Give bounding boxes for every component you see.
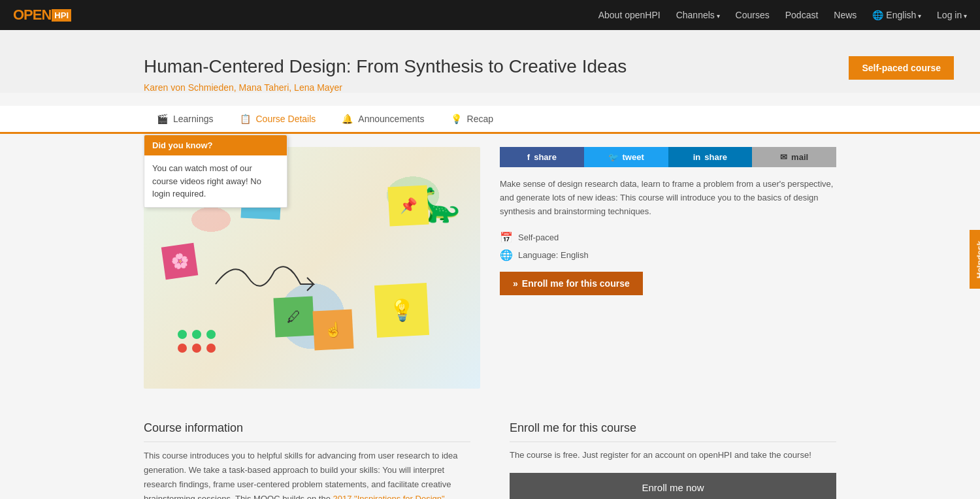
course-description: Make sense of design research data, lear… [500, 178, 836, 218]
tab-announcements[interactable]: 🔔 Announcements [329, 106, 437, 134]
sticky-lightbulb: 💡 [374, 283, 429, 338]
nav-podcast[interactable]: Podcast [785, 10, 819, 20]
right-panel: f share 🐦 tweet in share ✉ mail Make sen… [500, 147, 836, 389]
meta-paced: 📅 Self-paced [500, 231, 836, 244]
share-buttons: f share 🐦 tweet in share ✉ mail [500, 147, 836, 167]
nav-login[interactable]: Log in [937, 10, 967, 20]
sticky-yellow: 📌 [387, 185, 429, 226]
bell-icon: 🔔 [342, 114, 353, 124]
globe-icon: 🌐 [872, 10, 883, 20]
hero-section: Human-Centered Design: From Synthesis to… [0, 30, 980, 93]
enroll-now-button[interactable]: Enroll me now [510, 473, 836, 499]
video-icon: 🎬 [157, 114, 168, 124]
nav-channels[interactable]: Channels [676, 10, 720, 20]
course-meta: 📅 Self-paced 🌐 Language: English [500, 231, 836, 261]
course-title: Human-Centered Design: From Synthesis to… [144, 56, 836, 77]
twitter-icon: 🐦 [608, 152, 619, 162]
nav-language[interactable]: 🌐 English [872, 10, 921, 20]
share-twitter-button[interactable]: 🐦 tweet [584, 147, 668, 167]
globe-meta-icon: 🌐 [500, 249, 513, 261]
sticky-orange2: ☝ [312, 309, 353, 350]
logo-open: OPEN [13, 7, 51, 24]
enroll-title: Enroll me for this course [510, 421, 836, 442]
share-mail-button[interactable]: ✉ mail [752, 147, 836, 167]
facebook-icon: f [527, 152, 530, 162]
share-facebook-button[interactable]: f share [500, 147, 584, 167]
nav-news[interactable]: News [834, 10, 857, 20]
mail-icon: ✉ [780, 152, 787, 162]
enroll-top-button[interactable]: Enroll me for this course [500, 272, 643, 295]
tooltip-body: You can watch most of our course videos … [144, 155, 287, 207]
course-authors: Karen von Schmieden, Mana Taheri, Lena M… [144, 82, 836, 93]
tab-learnings[interactable]: 🎬 Learnings [144, 106, 227, 134]
tab-course-details[interactable]: 📋 Course Details [227, 106, 329, 134]
self-paced-badge: Self-paced course [849, 56, 954, 80]
bottom-grid: Course information This course introduce… [144, 408, 836, 499]
course-info-text: This course introduces you to helpful sk… [144, 449, 470, 499]
dot-decoration [176, 329, 217, 356]
enroll-free-text: The course is free. Just register for an… [510, 449, 836, 462]
navbar: OPEN HPI About openHPI Channels Courses … [0, 0, 980, 30]
tooltip-header: Did you know? [144, 135, 287, 155]
nav-links: About openHPI Channels Courses Podcast N… [598, 10, 967, 20]
course-info-title: Course information [144, 421, 470, 442]
logo-hpi: HPI [52, 9, 71, 22]
enroll-section: Enroll me for this course The course is … [510, 421, 836, 499]
share-linkedin-button[interactable]: in share [668, 147, 753, 167]
logo[interactable]: OPEN HPI [13, 7, 71, 24]
sticky-pink: 🌸 [161, 243, 198, 280]
calendar-icon: 📅 [500, 231, 513, 244]
helpdesk-tab[interactable]: Helpdesk [970, 231, 981, 289]
course-info-section: Course information This course introduce… [144, 421, 470, 499]
tooltip-popup: Did you know? You can watch most of our … [144, 135, 287, 208]
bulb-icon: 💡 [451, 114, 462, 124]
tab-recap[interactable]: 💡 Recap [438, 106, 506, 134]
nav-courses[interactable]: Courses [736, 10, 770, 20]
tabs-bar: 🎬 Learnings 📋 Course Details 🔔 Announcem… [0, 106, 980, 134]
details-icon: 📋 [240, 114, 251, 124]
linkedin-icon: in [693, 152, 701, 162]
meta-language: 🌐 Language: English [500, 249, 836, 261]
scribble-arrow [209, 251, 340, 304]
nav-about[interactable]: About openHPI [598, 10, 661, 20]
